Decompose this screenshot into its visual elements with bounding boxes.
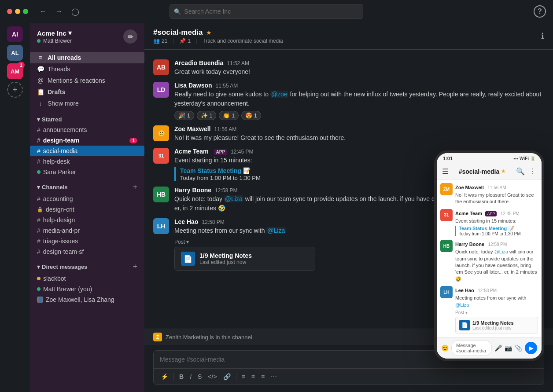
hash-icon: # — [37, 126, 41, 133]
channels-toggle[interactable]: ▾ Channels — [37, 184, 68, 191]
hash-icon: # — [37, 248, 41, 255]
sidebar-icon-al[interactable]: AL — [7, 45, 23, 61]
document-attachment[interactable]: 📄 1/9 Meeting Notes Last edited just now — [174, 247, 315, 271]
workspace-icon-ai[interactable]: AI — [7, 26, 23, 42]
bold-button[interactable]: B — [177, 371, 186, 382]
nav-item-show-more[interactable]: ↓ Show more — [30, 98, 144, 109]
reaction-heart-eyes[interactable]: 😍1 — [241, 111, 261, 120]
channel-item-accounting[interactable]: # accounting — [30, 194, 144, 204]
reaction-clap[interactable]: 👏1 — [219, 111, 239, 120]
unordered-list-button[interactable]: ≡ — [249, 371, 258, 382]
message-content: Zoe Maxwell 11:56 AM No! It was my pleas… — [174, 125, 544, 143]
mobile-message-input[interactable]: Message #social-media — [451, 340, 492, 356]
mobile-mention[interactable]: @Liza — [455, 302, 469, 308]
lightning-button[interactable]: ⚡ — [158, 371, 171, 382]
mobile-msg-time: 12:58 PM — [478, 288, 497, 293]
history-button[interactable]: ◯ — [69, 6, 82, 18]
mentions-icon: @ — [37, 77, 44, 84]
channel-item-social-media[interactable]: # social-media — [30, 146, 144, 156]
code-button[interactable]: </> — [205, 371, 219, 382]
mobile-send-button[interactable]: ▶ — [525, 342, 537, 354]
members-icon: 👥 — [153, 38, 160, 44]
group-dm-icon: 👤 — [37, 297, 43, 303]
pin-count[interactable]: 📌 1 — [179, 38, 191, 44]
starred-caret-icon: ▾ — [37, 116, 40, 123]
mobile-doc-icon: 📄 — [459, 320, 470, 330]
nav-item-drafts[interactable]: 📋 Drafts — [30, 86, 144, 98]
add-channel-button[interactable]: + — [133, 183, 137, 192]
channel-item-media-and-pr[interactable]: # media-and-pr — [30, 225, 144, 236]
mobile-doc-attachment[interactable]: 📄 1/9 Meeting Notes Last edited just now — [455, 317, 538, 333]
link-button[interactable]: 🔗 — [221, 371, 233, 382]
mobile-attachment-icon[interactable]: 📎 — [515, 344, 522, 352]
mobile-search-icon[interactable]: 🔍 — [516, 167, 525, 176]
nav-item-mentions[interactable]: @ Mentions & reactions — [30, 75, 144, 86]
reaction-sparkles[interactable]: ✨1 — [197, 111, 217, 120]
mobile-msg-text: Meeting notes from our sync with @Liza — [455, 295, 538, 308]
nav-item-threads[interactable]: 💬 Threads — [30, 63, 144, 75]
mobile-more-icon[interactable]: ⋮ — [529, 167, 536, 176]
mobile-event-link[interactable]: Team Status Meeting 📝 — [459, 226, 538, 231]
compose-button[interactable]: ✏ — [123, 29, 137, 44]
search-input[interactable] — [170, 4, 363, 19]
mobile-mention[interactable]: @Liza — [494, 249, 508, 254]
message-content: Lisa Dawson 11:55 AM Really need to give… — [174, 82, 544, 120]
hash-icon: # — [37, 227, 41, 234]
mention[interactable]: @zoe — [270, 91, 288, 98]
mention[interactable]: @Liza — [224, 195, 243, 202]
channel-item-design-team-sf[interactable]: # design-team-sf — [30, 246, 144, 257]
channel-item-help-desk[interactable]: # help-desk — [30, 156, 144, 167]
mobile-camera-icon[interactable]: 📷 — [505, 344, 512, 352]
dm-item-zoe-lisa[interactable]: 👤 Zoe Maxwell, Lisa Zhang — [30, 294, 144, 305]
mobile-mic-icon[interactable]: 🎤 — [494, 344, 502, 352]
mention[interactable]: @Liza — [266, 227, 286, 234]
mobile-menu-icon[interactable]: ☰ — [442, 167, 448, 176]
ordered-list-button[interactable]: ≡ — [239, 371, 248, 382]
event-link[interactable]: Team Status Meeting 📝 — [180, 167, 251, 174]
mobile-input-bar: 😊 Message #social-media 🎤 📷 📎 ▶ — [437, 337, 542, 359]
channel-item-design-crit[interactable]: 🔒 design-crit — [30, 204, 144, 215]
close-button[interactable] — [7, 9, 12, 14]
italic-button[interactable]: I — [187, 371, 194, 382]
member-count[interactable]: 👥 21 — [153, 38, 167, 44]
channel-item-design-team[interactable]: # design-team 1 — [30, 135, 144, 146]
minimize-button[interactable] — [15, 9, 20, 14]
mobile-emoji-icon[interactable]: 😊 — [441, 344, 449, 352]
show-more-icon: ↓ — [37, 100, 44, 107]
maximize-button[interactable] — [23, 9, 28, 14]
all-unreads-icon: ≡ — [37, 54, 44, 61]
dm-item-slackbot[interactable]: slackbot — [30, 273, 144, 284]
dm-toggle[interactable]: ▾ Direct messages — [37, 264, 87, 270]
strikethrough-button[interactable]: S — [195, 371, 204, 382]
add-workspace-button[interactable]: + — [7, 82, 23, 98]
mobile-msg-time: 12:45 PM — [501, 211, 520, 216]
workspace-name[interactable]: Acme Inc ▾ — [37, 29, 72, 37]
mobile-status-bar: 1:01 ▪▪▪ WiFi 🔋 — [437, 153, 542, 164]
dm-item-matt-brewer[interactable]: Matt Brewer (you) — [30, 284, 144, 294]
message-author: Lee Hao — [174, 218, 198, 225]
indent-button[interactable]: ≡ — [258, 371, 267, 382]
add-dm-button[interactable]: + — [133, 262, 137, 271]
forward-button[interactable]: → — [53, 6, 65, 18]
channel-item-help-design[interactable]: # help-design — [30, 215, 144, 225]
mobile-msg-time: 11:56 AM — [487, 185, 506, 190]
avatar: AB — [153, 59, 169, 75]
starred-toggle[interactable]: ▾ Starred — [37, 116, 62, 123]
channel-item-triage-issues[interactable]: # triage-issues — [30, 236, 144, 246]
app-badge: APP — [214, 149, 228, 155]
reactions: 🎉1 ✨1 👏1 😍1 — [174, 111, 544, 120]
channel-item-announcements[interactable]: # announcements — [30, 125, 144, 135]
mobile-avatar: 31 — [440, 209, 453, 221]
sidebar-icon-am[interactable]: AM 1 — [7, 63, 23, 79]
channel-item-sara-parker[interactable]: Sara Parker — [30, 167, 144, 177]
help-button[interactable]: ? — [534, 5, 546, 18]
channel-star-icon[interactable]: ★ — [206, 29, 212, 36]
reaction-party[interactable]: 🎉1 — [174, 111, 194, 120]
more-formatting-button[interactable]: ⋯ — [268, 371, 280, 382]
nav-item-all-unreads[interactable]: ≡ All unreads — [30, 52, 144, 63]
mobile-msg-author: Lee Hao — [455, 288, 474, 293]
back-button[interactable]: ← — [37, 6, 49, 18]
channel-name-wrap: #social-media ★ — [153, 28, 283, 37]
hash-icon: # — [37, 238, 41, 245]
channel-info-button[interactable]: ℹ — [541, 31, 544, 41]
